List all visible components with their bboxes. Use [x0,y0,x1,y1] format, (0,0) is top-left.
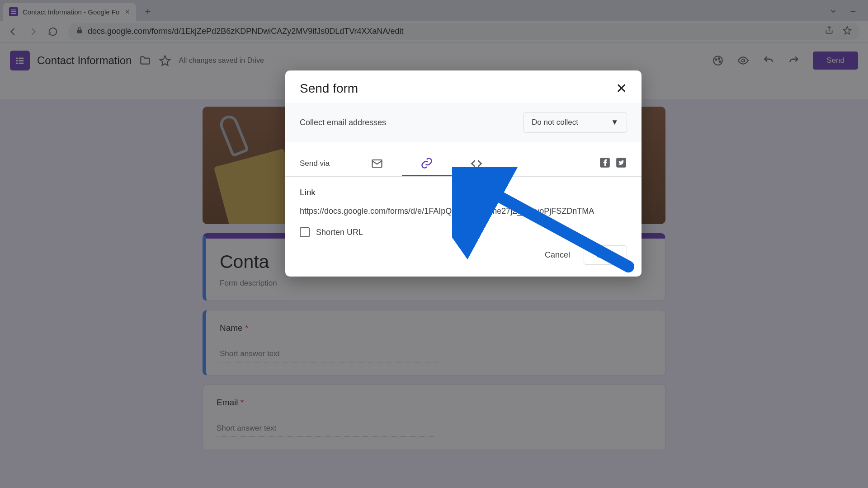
facebook-icon[interactable] [599,157,611,170]
send-via-link-tab[interactable] [402,151,452,176]
send-via-row: Send via [285,142,642,177]
dropdown-arrow-icon: ▼ [611,118,618,127]
modal-title: Send form [300,81,358,96]
cancel-button[interactable]: Cancel [545,250,570,260]
twitter-icon[interactable] [615,157,627,170]
collect-email-value: Do not collect [532,118,578,127]
close-icon[interactable]: ✕ [616,82,627,95]
shorten-url-label: Shorten URL [316,228,363,237]
link-section: Link https://docs.google.com/forms/d/e/1… [285,177,642,219]
send-via-email-tab[interactable] [352,151,402,176]
collect-email-select[interactable]: Do not collect ▼ [523,112,627,133]
shorten-url-checkbox[interactable] [300,227,310,237]
send-form-modal: Send form ✕ Collect email addresses Do n… [285,70,642,277]
collect-email-label: Collect email addresses [300,118,386,127]
send-via-label: Send via [300,159,330,168]
send-via-embed-tab[interactable] [452,151,501,176]
collect-email-row: Collect email addresses Do not collect ▼ [285,103,642,142]
copy-button[interactable]: Copy [584,245,627,265]
link-url-field[interactable]: https://docs.google.com/forms/d/e/1FAIpQ… [300,206,627,219]
link-section-title: Link [300,188,627,197]
